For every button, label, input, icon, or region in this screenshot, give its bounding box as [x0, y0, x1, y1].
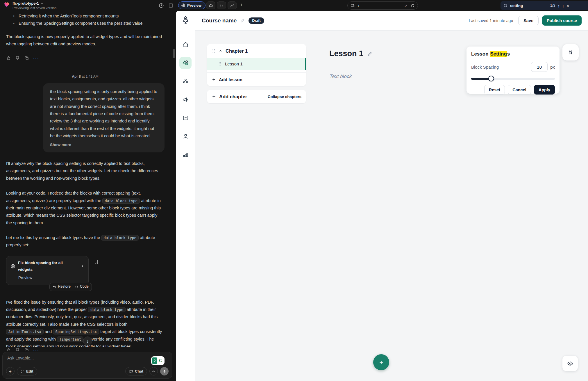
attach-button[interactable]: + — [6, 367, 15, 375]
open-external-icon[interactable]: ↗ — [404, 3, 408, 8]
search-highlight: Setting — [490, 51, 507, 57]
refresh-icon[interactable] — [410, 3, 415, 8]
drag-handle-icon[interactable] — [212, 49, 216, 53]
add-lesson-button[interactable]: Add lesson — [207, 72, 306, 86]
edit-pencil-icon[interactable] — [367, 51, 373, 56]
edit-action-card[interactable]: Fix block spacing for all widgets Previe… — [6, 256, 89, 285]
restore-button[interactable]: Restore — [53, 284, 71, 290]
search-input[interactable] — [510, 3, 548, 8]
search-prev-icon[interactable]: ↑ — [557, 3, 560, 8]
lightbulb-icon — [152, 357, 157, 364]
code-view-button[interactable] — [217, 1, 226, 9]
sidebar-item-announcements[interactable] — [179, 93, 192, 106]
edit-card-subtitle: Preview — [18, 274, 84, 281]
slider-handle[interactable] — [488, 76, 494, 81]
history-icon[interactable] — [158, 3, 164, 8]
course-title[interactable]: Course name — [202, 17, 237, 24]
devices-icon[interactable] — [351, 3, 355, 8]
code-button[interactable]: Code — [75, 284, 89, 290]
find-in-page-bar[interactable]: 1/3 ↑ ↓ × — [501, 1, 588, 10]
sidebar-item-analytics[interactable] — [179, 148, 192, 161]
copy-icon[interactable] — [24, 348, 29, 351]
thumbs-up-icon[interactable] — [6, 56, 11, 60]
search-next-icon[interactable]: ↓ — [562, 3, 564, 8]
chat-bubble-icon — [129, 369, 133, 373]
lesson-page-title: Lesson 1 — [329, 49, 363, 58]
draft-status-badge: Draft — [249, 17, 264, 24]
more-actions-icon[interactable]: ··· — [33, 348, 39, 351]
preview-mode-button[interactable]: Preview — [178, 1, 205, 9]
chat-input-field[interactable] — [7, 356, 118, 367]
drag-handle-icon[interactable] — [218, 62, 222, 66]
collapse-chapters-button[interactable]: Collapse chapters — [268, 95, 301, 99]
block-spacing-slider[interactable] — [471, 76, 555, 81]
sidebar-item-profile[interactable] — [179, 130, 192, 142]
project-brand[interactable]: flc-prototype-1 Previewing last saved ve… — [3, 1, 57, 10]
settings-toggle-button[interactable] — [562, 44, 579, 60]
chat-mode-button[interactable]: Chat — [125, 367, 147, 375]
sidebar-item-home[interactable] — [179, 38, 192, 51]
panel-toggle-icon[interactable] — [168, 3, 174, 8]
cancel-button[interactable]: Cancel — [508, 85, 531, 95]
clipped-message-actions: ··· — [6, 348, 39, 351]
collapse-chevron-icon[interactable] — [219, 49, 223, 53]
inline-code-chip: data-block-type — [102, 198, 140, 204]
thumbs-down-icon[interactable] — [15, 348, 20, 351]
sidebar-item-courses[interactable] — [179, 57, 192, 69]
add-block-fab[interactable] — [373, 354, 389, 370]
copy-icon[interactable] — [24, 56, 29, 60]
active-lesson-accent — [305, 58, 306, 70]
chat-scroll-area[interactable]: •Retrieving it when the ActionTools comp… — [0, 11, 172, 347]
thumbs-up-icon[interactable] — [6, 348, 11, 351]
grammarly-icon: G — [158, 357, 164, 364]
list-item: •Ensuring the SpacingSettings component … — [13, 20, 164, 27]
publish-course-button[interactable]: Publish course — [542, 15, 582, 26]
plus-icon — [212, 77, 216, 82]
scroll-to-bottom-button[interactable]: ↓ — [83, 337, 92, 346]
chat-input-card[interactable]: G + Edit Chat — [2, 352, 172, 379]
url-path[interactable]: / — [358, 3, 402, 8]
save-button[interactable]: Save — [518, 16, 539, 25]
rocket-logo-icon[interactable] — [181, 15, 190, 26]
plus-icon[interactable] — [212, 94, 216, 99]
thumbs-down-icon[interactable] — [15, 56, 20, 60]
block-spacing-input[interactable] — [531, 62, 548, 72]
version-toolbar: Restore Code — [49, 283, 92, 291]
plus-icon — [378, 359, 384, 365]
block-spacing-label: Block Spacing — [471, 65, 531, 70]
reset-button[interactable]: Reset — [484, 85, 505, 95]
lesson-list-item[interactable]: Lesson 1 — [207, 58, 306, 70]
text-block-placeholder[interactable]: Text block — [330, 74, 352, 79]
cloud-button[interactable] — [206, 1, 215, 9]
chapter-header-row[interactable]: Chapter 1 — [207, 44, 306, 58]
arrow-up-icon — [162, 369, 167, 373]
add-tab-button[interactable]: + — [240, 2, 243, 8]
edit-mode-button[interactable]: Edit — [17, 367, 37, 375]
project-name[interactable]: flc-prototype-1 — [12, 1, 39, 6]
show-more-link[interactable]: Show more — [50, 141, 158, 148]
inline-code-chip: !important — [57, 337, 83, 342]
sidebar-item-community[interactable] — [179, 75, 192, 87]
chat-scrollbar[interactable] — [173, 49, 175, 58]
analytics-button[interactable] — [228, 1, 237, 9]
search-close-icon[interactable]: × — [566, 3, 569, 8]
grammarly-widget[interactable]: G — [151, 356, 165, 365]
url-bar[interactable]: / ↗ — [347, 1, 418, 10]
assistant-bullet-list: •Retrieving it when the ActionTools comp… — [13, 13, 164, 27]
sidebar-item-inbox[interactable] — [179, 112, 192, 124]
bookmark-icon[interactable] — [94, 259, 99, 264]
circles-icon — [182, 78, 189, 85]
edit-pencil-icon[interactable] — [240, 18, 245, 23]
add-chapter-button[interactable]: Add chapter — [219, 94, 265, 99]
message-timestamp: Apr 8 at 1:41 AM — [6, 74, 164, 80]
title-text: s — [507, 51, 510, 57]
code-icon — [219, 3, 224, 8]
preview-toggle-button[interactable] — [562, 356, 578, 371]
cloud-icon — [208, 3, 213, 8]
send-button[interactable] — [160, 367, 169, 375]
app-sidebar — [176, 11, 195, 381]
apply-button[interactable]: Apply — [534, 85, 555, 95]
voice-input-button[interactable] — [149, 367, 158, 375]
more-actions-icon[interactable]: ··· — [33, 54, 39, 62]
bullet-dot: • — [13, 20, 15, 27]
